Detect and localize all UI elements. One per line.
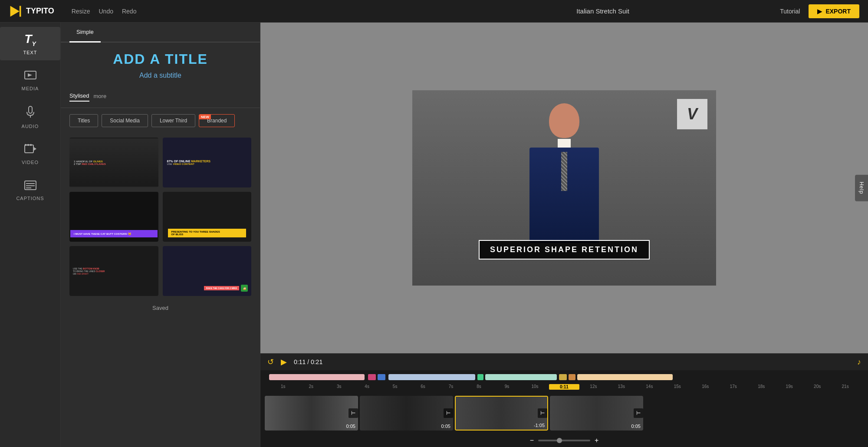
video-title: Italian Stretch Suit xyxy=(426,7,780,15)
clip-4-split[interactable]: ⊢ xyxy=(634,408,643,418)
panel: Simple ADD A TITLE Add a subtitle Stylis… xyxy=(61,23,260,447)
panel-tab-row: Simple xyxy=(61,23,260,43)
timeline-ruler: 1s 2s 3s 4s 5s 6s 7s 8s 9s 10s 0:11 12s … xyxy=(265,382,864,392)
svg-marker-0 xyxy=(10,6,20,16)
new-badge-label: NEW xyxy=(199,115,211,119)
template-bottom-knob[interactable]: USE THE BOTTOM KNOBTO BRING THE LINES CL… xyxy=(69,246,158,296)
clip-3[interactable]: -1:05 ⊢ xyxy=(455,396,548,431)
zoom-slider[interactable] xyxy=(538,440,590,441)
help-button[interactable]: Help xyxy=(855,175,868,201)
sidebar-text-label: TEXT xyxy=(23,50,37,55)
canvas-wrapper: V SUPERIOR SHAPE RETENTION Help xyxy=(260,23,868,353)
zoom-in-button[interactable]: + xyxy=(595,437,598,444)
brand-logo: V xyxy=(677,99,707,129)
clip-4[interactable]: 0:05 ⊢ xyxy=(550,396,643,431)
zoom-row: − + xyxy=(260,434,868,447)
timeline-controls: ↺ ▶ 0:11 / 0:21 ♪ xyxy=(260,353,868,370)
media-icon xyxy=(24,70,36,83)
music-icon[interactable]: ♪ xyxy=(857,358,861,367)
export-label: EXPORT xyxy=(825,8,851,15)
sidebar-media-label: MEDIA xyxy=(22,86,39,91)
export-play-icon: ▶ xyxy=(817,8,822,15)
tutorial-link[interactable]: Tutorial xyxy=(780,8,800,15)
video-canvas[interactable]: V SUPERIOR SHAPE RETENTION xyxy=(412,90,716,286)
template-bake-cake[interactable]: BAKE THE CAKE FOR 2 MINS 🍰 xyxy=(163,246,252,296)
main-layout: TY TEXT MEDIA AUDIO VIDEO CAPTIONS xyxy=(0,23,868,447)
text-icon: TY xyxy=(24,32,36,47)
play-button[interactable]: ▶ xyxy=(281,357,287,367)
template-three-shades[interactable]: PRESENTING TO YOU THREE SHADESOF BLISS xyxy=(163,192,252,242)
clip-3-split[interactable]: ⊢ xyxy=(538,408,547,418)
clip-1[interactable]: 0:05 ⊢ xyxy=(265,396,358,431)
tab-simple[interactable]: Simple xyxy=(69,23,101,43)
svg-rect-1 xyxy=(20,6,21,16)
clip-2-duration: 0:05 xyxy=(441,424,450,429)
timeline-area: ↺ ▶ 0:11 / 0:21 ♪ xyxy=(260,353,868,447)
svg-rect-7 xyxy=(25,144,26,146)
sidebar-item-text[interactable]: TY TEXT xyxy=(0,27,60,60)
template-three-shades-content: PRESENTING TO YOU THREE SHADESOF BLISS xyxy=(168,229,246,237)
svg-rect-9 xyxy=(30,144,32,146)
filter-more[interactable]: more xyxy=(94,93,107,101)
video-caption[interactable]: SUPERIOR SHAPE RETENTION xyxy=(479,240,650,260)
current-time: 0:11 xyxy=(294,358,306,365)
canvas-area: V SUPERIOR SHAPE RETENTION Help ↺ ▶ 0:11… xyxy=(260,23,868,447)
undo-btn[interactable]: Undo xyxy=(99,8,113,15)
zoom-out-button[interactable]: − xyxy=(530,437,534,444)
audio-icon xyxy=(25,106,36,121)
cat-social-media[interactable]: Social Media xyxy=(102,114,148,127)
template-recipe[interactable]: 1 HANDFUL OF OLIVES 2 TSP RED CHILI FLAK… xyxy=(69,138,158,187)
export-button[interactable]: ▶ EXPORT xyxy=(809,4,859,18)
filter-tabs: Stylised more xyxy=(69,92,106,102)
template-cat-coasters[interactable]: I MUST HAVE THESE CAT BUTT COSTERS! 🐱 xyxy=(69,192,158,242)
cat-branded[interactable]: NEW Branded xyxy=(199,114,235,127)
clip-3-duration: -1:05 xyxy=(534,423,545,428)
timeline-tracks: 1s 2s 3s 4s 5s 6s 7s 8s 9s 10s 0:11 12s … xyxy=(260,370,868,392)
resize-btn[interactable]: Resize xyxy=(72,8,90,15)
timeline-clips: 0:05 ⊢ 0:05 ⊢ -1:05 ⊢ 0:05 ⊢ xyxy=(260,392,868,434)
clip-2[interactable]: 0:05 ⊢ xyxy=(360,396,453,431)
add-title-area: ADD A TITLE Add a subtitle xyxy=(61,43,260,88)
sidebar-audio-label: AUDIO xyxy=(22,124,39,129)
brand-logo-text: V xyxy=(687,105,697,123)
sidebar: TY TEXT MEDIA AUDIO VIDEO CAPTIONS xyxy=(0,23,61,447)
topbar: TYPITO Resize Undo Redo Italian Stretch … xyxy=(0,0,868,23)
sidebar-captions-label: CAPTIONS xyxy=(16,196,44,201)
redo-btn[interactable]: Redo xyxy=(122,8,136,15)
svg-rect-8 xyxy=(27,144,29,146)
track-row-1 xyxy=(265,373,864,381)
cat-titles[interactable]: Titles xyxy=(69,114,98,127)
sidebar-item-captions[interactable]: CAPTIONS xyxy=(0,174,60,206)
logo: TYPITO xyxy=(9,4,54,18)
sidebar-item-video[interactable]: VIDEO xyxy=(0,138,60,170)
category-buttons: Titles Social Media Lower Third NEW Bran… xyxy=(61,108,260,133)
template-recipe-content: 1 HANDFUL OF OLIVES 2 TSP RED CHILI FLAK… xyxy=(70,157,158,169)
template-cat-content: I MUST HAVE THESE CAT BUTT COSTERS! 🐱 xyxy=(70,230,158,237)
add-title-main[interactable]: ADD A TITLE xyxy=(69,51,251,67)
clip-1-duration: 0:05 xyxy=(346,424,355,429)
sidebar-item-media[interactable]: MEDIA xyxy=(0,65,60,96)
clip-4-duration: 0:05 xyxy=(631,424,641,429)
svg-marker-3 xyxy=(28,73,32,77)
timeline-time: 0:11 / 0:21 xyxy=(294,358,322,365)
svg-rect-4 xyxy=(29,106,32,113)
template-marketers[interactable]: 87% OF ONLINE MARKETERS USE VIDEO CONTEN… xyxy=(163,138,252,187)
total-time: 0:21 xyxy=(311,358,322,365)
svg-rect-6 xyxy=(25,145,33,153)
saved-label: Saved xyxy=(61,300,260,316)
logo-icon xyxy=(9,4,23,18)
sidebar-item-audio[interactable]: AUDIO xyxy=(0,101,60,134)
cat-lower-third[interactable]: Lower Third xyxy=(151,114,195,127)
logo-text: TYPITO xyxy=(26,7,54,16)
clip-1-split[interactable]: ⊢ xyxy=(349,408,358,418)
filter-row: Stylised more xyxy=(61,88,260,108)
clip-2-split[interactable]: ⊢ xyxy=(444,408,453,418)
template-bottom-knob-content: USE THE BOTTOM KNOBTO BRING THE LINES CL… xyxy=(70,265,158,278)
topbar-right: Tutorial ▶ EXPORT xyxy=(780,4,859,18)
add-subtitle[interactable]: Add a subtitle xyxy=(69,72,251,79)
filter-stylised[interactable]: Stylised xyxy=(69,92,89,102)
replay-button[interactable]: ↺ xyxy=(267,357,274,367)
topbar-nav: Resize Undo Redo xyxy=(72,8,426,15)
template-grid: 1 HANDFUL OF OLIVES 2 TSP RED CHILI FLAK… xyxy=(61,133,260,300)
template-bake-content: BAKE THE CAKE FOR 2 MINS 🍰 xyxy=(204,285,248,292)
